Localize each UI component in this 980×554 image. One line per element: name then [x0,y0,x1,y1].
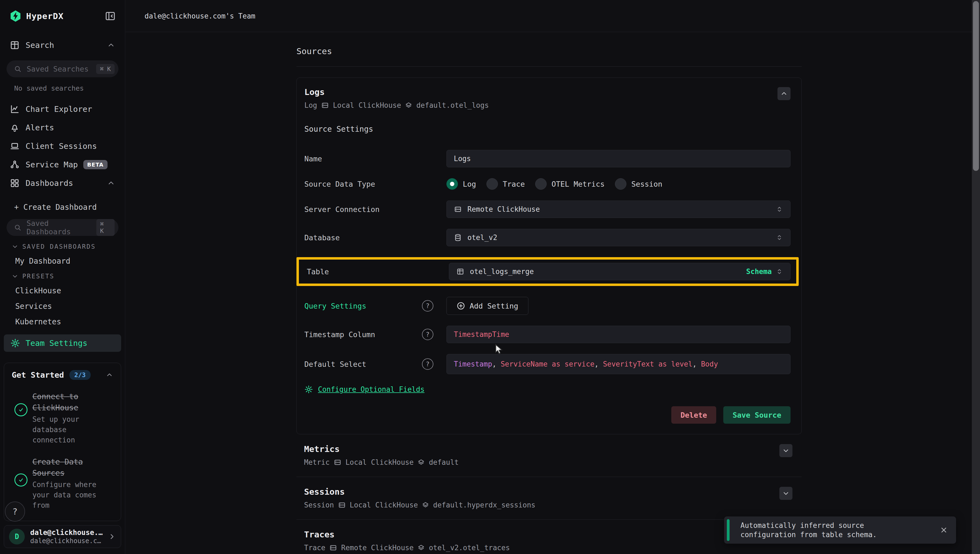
app-window: HyperDX Search Saved Searches ⌘ K No sav… [0,0,980,554]
plus-circle-icon [457,301,465,310]
sidebar-item-search[interactable]: Search [0,36,125,54]
source-data-type-radios: Log Trace OTEL Metrics Session [446,178,790,189]
radio-icon [486,178,498,189]
collapse-sidebar-icon[interactable] [105,11,116,21]
source-meta: Log Local ClickHouse default.otel_logs [304,101,489,109]
add-setting-button[interactable]: Add Setting [446,297,528,315]
sidebar: HyperDX Search Saved Searches ⌘ K No sav… [0,0,125,554]
sidebar-item-clickhouse[interactable]: ClickHouse [0,280,125,295]
item-label: Kubernetes [15,317,61,326]
main-area: dale@clickhouse.com's Team Sources Logs … [126,0,980,554]
sidebar-item-label: Chart Explorer [25,105,92,114]
chevron-down-icon [782,447,790,454]
close-icon[interactable] [940,526,948,534]
configure-optional-fields-link[interactable]: Configure Optional Fields [304,385,790,394]
gear-icon [10,338,20,348]
radio-trace[interactable]: Trace [486,178,525,189]
metrics-titles: Metrics Metric Local ClickHouse default [304,444,779,466]
scrollbar-track[interactable] [972,0,980,554]
question-circle-icon[interactable]: ? [422,358,433,370]
source-server: Local ClickHouse [333,101,401,109]
question-mark: ? [12,506,18,517]
sidebar-item-team-settings[interactable]: Team Settings [4,334,121,352]
timestamp-column-input[interactable]: TimestampTime [446,326,790,343]
sidebar-item-chart-explorer[interactable]: Chart Explorer [0,100,125,118]
table-select[interactable]: otel_logs_merge Schema [449,263,790,280]
search-view-icon [10,40,20,50]
default-select-input[interactable]: Timestamp, ServiceName as service, Sever… [446,354,790,374]
schema-link[interactable]: Schema [746,267,772,275]
question-circle-icon[interactable]: ? [422,329,433,340]
app-title: HyperDX [26,11,64,21]
content-column: Sources Logs Log Local ClickHouse defaul… [296,32,802,554]
create-dashboard-label: + Create Dashboard [14,203,97,212]
chevron-right-icon[interactable] [108,533,116,541]
server-icon [338,501,346,509]
chevron-up-icon[interactable] [106,371,113,379]
sidebar-item-label: Service Map [25,160,78,169]
source-kind: Log [304,101,317,109]
layers-icon [417,544,425,552]
sidebar-item-services[interactable]: Services [0,295,125,311]
sidebar-item-my-dashboard[interactable]: My Dashboard [0,250,125,266]
radio-session[interactable]: Session [615,178,662,189]
form-actions: Delete Save Source [304,406,790,423]
database-select[interactable]: otel_v2 [446,229,790,246]
user-profile-card[interactable]: D dale@clickhouse.… dale@clickhouse.c… [4,525,121,548]
saved-searches-placeholder: Saved Searches [27,65,89,73]
delete-button[interactable]: Delete [671,406,717,423]
layers-icon [422,501,429,509]
item-desc: Set up your database connection [32,414,113,445]
section-presets[interactable]: PRESETS [0,266,125,280]
item-label: My Dashboard [15,256,70,266]
table-row-highlight: Table otel_logs_merge Schema [296,257,799,286]
saved-dashboards-placeholder: Saved Dashboards [27,219,96,236]
help-button[interactable]: ? [5,501,25,522]
source-meta: Session Local ClickHouse default.hyperdx… [304,501,779,509]
expand-source-button[interactable] [779,487,792,500]
expand-source-button[interactable] [779,444,792,457]
name-label: Name [304,154,422,163]
server-icon [329,544,337,552]
question-circle-icon[interactable]: ? [422,300,433,312]
get-started-item-connect[interactable]: Connect to ClickHouse Set up your databa… [12,391,113,445]
default-select-row: Default Select ? Timestamp, ServiceName … [304,354,790,374]
create-dashboard-button[interactable]: + Create Dashboard [0,199,125,215]
section-saved-dashboards[interactable]: SAVED DASHBOARDS [0,236,125,250]
chevron-up-icon[interactable] [107,41,115,49]
sidebar-item-alerts[interactable]: Alerts [0,118,125,137]
default-select-label: Default Select [304,360,422,368]
saved-searches-input[interactable]: Saved Searches ⌘ K [6,60,118,77]
item-label: ClickHouse [15,286,61,295]
collapse-source-button[interactable] [778,87,790,100]
radio-otel-metrics[interactable]: OTEL Metrics [535,178,605,189]
save-source-button[interactable]: Save Source [723,406,790,423]
gear-icon [304,385,313,394]
get-started-item-sources[interactable]: Create Data Sources Configure where your… [12,457,113,511]
radio-icon [615,178,626,189]
sidebar-item-kubernetes[interactable]: Kubernetes [0,311,125,326]
section-label: SAVED DASHBOARDS [22,243,96,250]
server-connection-select[interactable]: Remote ClickHouse [446,201,790,218]
server-connection-row: Server Connection Remote ClickHouse [304,201,790,218]
item-desc: Configure where your data comes from [32,480,113,511]
chevron-down-icon [11,243,19,250]
name-row: Name Logs [304,150,790,167]
toast-notification: Automatically inferred source configurat… [724,516,956,544]
sidebar-item-service-map[interactable]: Service Map BETA [0,155,125,174]
database-row: Database otel_v2 [304,229,790,246]
chevron-up-icon[interactable] [107,179,115,187]
get-started-header[interactable]: Get Started 2/3 [12,370,113,380]
sidebar-item-dashboards[interactable]: Dashboards [0,174,125,193]
service-map-icon [10,160,20,170]
sidebar-item-client-sessions[interactable]: Client Sessions [0,137,125,155]
radio-log[interactable]: Log [446,178,476,189]
saved-dashboards-input[interactable]: Saved Dashboards ⌘ K [6,219,118,236]
name-input[interactable]: Logs [446,150,790,167]
team-title: dale@clickhouse.com's Team [145,12,255,20]
scrollbar-thumb[interactable] [973,1,979,171]
top-header: dale@clickhouse.com's Team [126,0,980,32]
sidebar-item-label: Client Sessions [25,142,97,151]
query-settings-row: Query Settings ? Add Setting [304,297,790,315]
chevron-down-icon [11,273,19,280]
